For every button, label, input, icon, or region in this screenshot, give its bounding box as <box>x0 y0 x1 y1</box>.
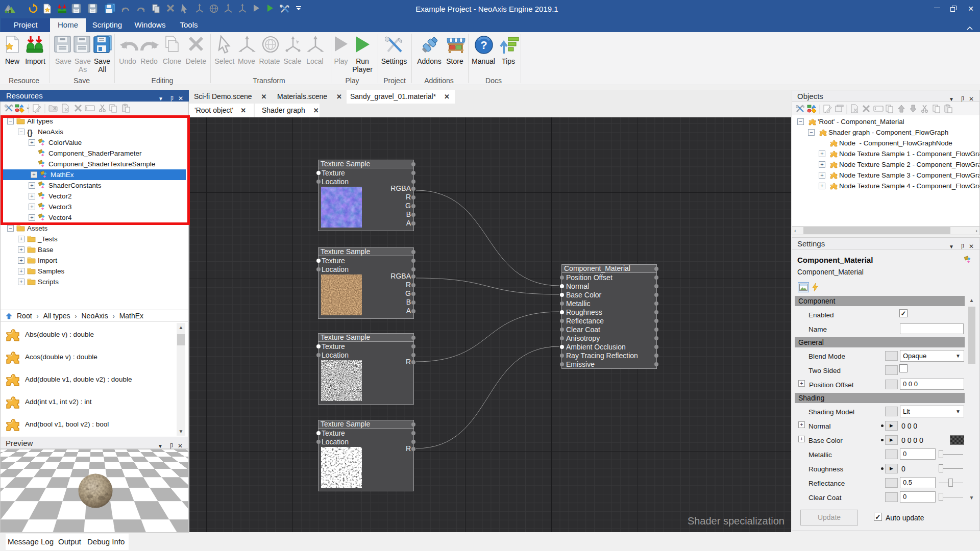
svg-text:?: ? <box>480 39 487 52</box>
